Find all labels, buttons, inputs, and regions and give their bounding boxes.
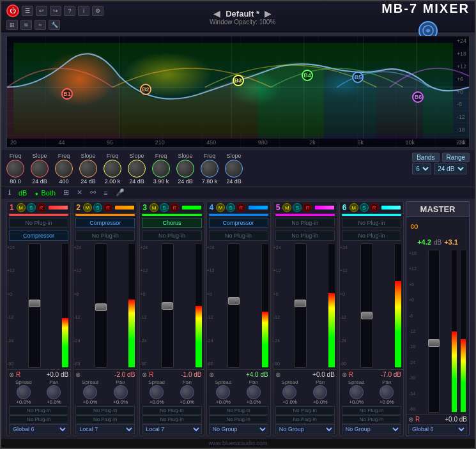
ch1-pan-knob[interactable] (47, 385, 61, 399)
master-fader-knob[interactable] (428, 339, 440, 347)
range-button[interactable]: Range (442, 153, 470, 162)
band2-freq-knob[interactable] (55, 160, 73, 178)
ch2-spread-knob[interactable] (83, 385, 97, 399)
ch3-plugin-slot-2[interactable]: No Plug-in (142, 231, 201, 241)
ch4-pan-knob[interactable] (247, 385, 261, 399)
ch5-pan-knob[interactable] (313, 385, 327, 399)
settings-icon[interactable]: ⚙ (92, 6, 104, 16)
ch6-spread-knob[interactable] (349, 385, 364, 399)
ch2-group-select[interactable]: Local 7Global 6No Group (75, 424, 135, 434)
info-toolbar-btn[interactable]: ℹ (6, 188, 13, 197)
prev-preset-button[interactable]: ◀ (213, 8, 220, 19)
ch1-fader-track[interactable] (28, 243, 41, 368)
ch1-plugin-slot-2[interactable]: Compressor (9, 231, 68, 241)
band5-slope-knob[interactable] (225, 160, 243, 178)
ch1-mute-button[interactable]: M (17, 203, 26, 212)
ch6-solo-button[interactable]: S (360, 203, 369, 212)
ch5-bottom-plugin-2[interactable]: No Plug-in (275, 415, 335, 423)
ch1-plugin-slot-1[interactable]: No Plug-in (9, 218, 68, 228)
ch4-mute-button[interactable]: M (216, 203, 225, 212)
ch4-fader-knob[interactable] (228, 297, 240, 305)
range-select[interactable]: 24 dB48 dB (434, 164, 466, 174)
menu-icon[interactable]: ☰ (22, 6, 33, 16)
ch1-link-btn[interactable]: ⊗ (9, 371, 14, 378)
ch3-mute-button[interactable]: M (150, 203, 158, 212)
ch4-plugin-slot-1[interactable]: Compressor (209, 218, 268, 228)
ch2-rec-button[interactable]: R (104, 203, 112, 212)
ch3-solo-button[interactable]: S (160, 203, 169, 212)
ch2-plugin-slot-1[interactable]: Compressor (75, 218, 135, 228)
band-node-2[interactable]: B2 (140, 84, 151, 95)
ch6-plugin-slot-2[interactable]: No Plug-in (342, 231, 401, 241)
ch6-fader-track[interactable] (360, 243, 373, 368)
ch6-r-btn[interactable]: R (349, 371, 353, 378)
master-link-btn[interactable]: ⊗ (408, 416, 413, 423)
help-icon[interactable]: ? (64, 6, 75, 16)
ch6-link-btn[interactable]: ⊗ (342, 371, 347, 378)
ch3-pan-knob[interactable] (180, 385, 194, 399)
ch4-spread-knob[interactable] (216, 385, 230, 399)
ch2-link-btn[interactable]: ⊗ (75, 371, 81, 378)
band2-slope-knob[interactable] (79, 160, 97, 178)
ch6-pan-knob[interactable] (380, 385, 394, 399)
ch5-rec-button[interactable]: R (303, 203, 312, 212)
ch1-bottom-plugin-1[interactable]: No Plug-in (9, 406, 68, 415)
ch4-bottom-plugin-2[interactable]: No Plug-in (209, 415, 268, 423)
ch2-solo-button[interactable]: S (93, 203, 102, 212)
ch1-bottom-plugin-2[interactable]: No Plug-in (9, 415, 68, 423)
wave-icon[interactable]: ≈ (35, 20, 46, 30)
ch6-mute-button[interactable]: M (349, 203, 358, 212)
band-node-4[interactable]: B4 (302, 70, 313, 81)
bands-button[interactable]: Bands (412, 153, 439, 162)
band4-freq-knob[interactable] (152, 160, 170, 178)
ch6-rec-button[interactable]: R (370, 203, 379, 212)
ch2-mute-button[interactable]: M (83, 203, 92, 212)
ch3-plugin-slot-1[interactable]: Chorus (142, 218, 201, 228)
band1-freq-knob[interactable] (6, 160, 24, 178)
band3-freq-knob[interactable] (104, 160, 121, 178)
master-group-select[interactable]: Global 6Local 7No Group (408, 424, 467, 434)
ch3-link-btn[interactable]: ⊗ (142, 371, 147, 378)
ch5-fader-track[interactable] (294, 243, 307, 368)
band1-slope-knob[interactable] (31, 160, 49, 178)
ch3-r-btn[interactable]: R (149, 371, 153, 378)
ch5-plugin-slot-1[interactable]: No Plug-in (275, 218, 335, 228)
spectrum-btn[interactable]: ⊞ (61, 188, 71, 197)
master-fader-track[interactable] (428, 250, 440, 413)
ch1-solo-button[interactable]: S (27, 203, 36, 212)
ch5-bottom-plugin-1[interactable]: No Plug-in (275, 406, 335, 415)
mute-toolbar-btn[interactable]: ✕ (75, 188, 84, 197)
ch6-plugin-slot-1[interactable]: No Plug-in (342, 218, 401, 228)
ch3-bottom-plugin-1[interactable]: No Plug-in (142, 406, 201, 415)
ch6-group-select[interactable]: No GroupGlobal 6Local 7 (342, 424, 401, 434)
ch3-fader-track[interactable] (161, 243, 174, 368)
ch2-plugin-slot-2[interactable]: No Plug-in (75, 231, 135, 241)
power-button[interactable]: ⏻ (6, 4, 19, 17)
undo-icon[interactable]: ↩ (36, 6, 47, 16)
ch1-fader-knob[interactable] (29, 300, 40, 307)
band-node-5[interactable]: B5 (352, 72, 364, 83)
ch4-rec-button[interactable]: R (236, 203, 245, 212)
ch1-spread-knob[interactable] (17, 385, 31, 399)
band-node-3[interactable]: B3 (233, 75, 244, 86)
eq-icon[interactable]: ≋ (20, 20, 32, 30)
ch5-plugin-slot-2[interactable]: No Plug-in (275, 231, 335, 241)
ch3-bottom-plugin-2[interactable]: No Plug-in (142, 415, 201, 423)
master-r-btn[interactable]: R (415, 416, 420, 423)
ch3-fader-knob[interactable] (162, 302, 173, 310)
ch4-bottom-plugin-1[interactable]: No Plug-in (209, 406, 268, 415)
ch1-r-btn[interactable]: R (16, 371, 20, 378)
both-toolbar-btn[interactable]: ⬥ Both (33, 188, 58, 197)
next-preset-button[interactable]: ▶ (265, 8, 272, 19)
redo-icon[interactable]: ↪ (50, 6, 61, 16)
ch2-fader-track[interactable] (95, 243, 107, 368)
ch5-group-select[interactable]: No GroupGlobal 6Local 7 (275, 424, 335, 434)
ch6-bottom-plugin-1[interactable]: No Plug-in (342, 406, 401, 415)
band-node-1[interactable]: B1 (61, 88, 73, 100)
ch5-link-btn[interactable]: ⊗ (275, 371, 280, 378)
tool-icon[interactable]: 🔧 (49, 20, 60, 30)
band-node-6[interactable]: B6 (412, 91, 424, 103)
ch4-solo-button[interactable]: S (226, 203, 235, 212)
ch3-rec-button[interactable]: R (170, 203, 179, 212)
ch6-fader-knob[interactable] (361, 312, 372, 319)
